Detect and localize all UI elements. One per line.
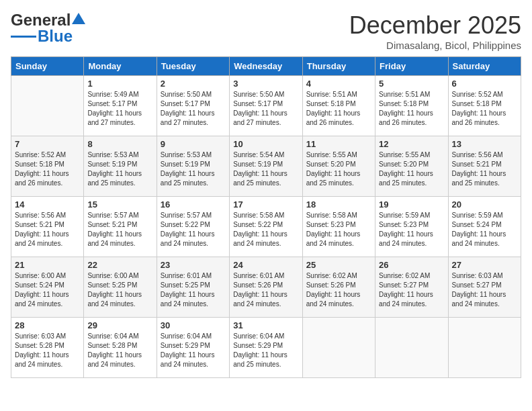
calendar-cell: 6Sunrise: 5:52 AM Sunset: 5:18 PM Daylig…: [448, 76, 521, 136]
day-number: 25: [306, 260, 371, 270]
calendar-cell: 5Sunrise: 5:51 AM Sunset: 5:18 PM Daylig…: [375, 76, 448, 136]
day-detail: Sunrise: 5:50 AM Sunset: 5:17 PM Dayligh…: [161, 90, 226, 128]
day-detail: Sunrise: 5:56 AM Sunset: 5:21 PM Dayligh…: [15, 211, 80, 248]
calendar-cell: 22Sunrise: 6:00 AM Sunset: 5:25 PM Dayli…: [84, 257, 157, 318]
calendar-cell: 8Sunrise: 5:53 AM Sunset: 5:19 PM Daylig…: [84, 136, 157, 197]
day-number: 1: [87, 79, 152, 89]
calendar-cell: [448, 318, 521, 378]
calendar-cell: 19Sunrise: 5:59 AM Sunset: 5:23 PM Dayli…: [375, 197, 448, 257]
day-number: 13: [452, 139, 517, 149]
day-detail: Sunrise: 5:52 AM Sunset: 5:18 PM Dayligh…: [452, 90, 517, 128]
day-detail: Sunrise: 5:53 AM Sunset: 5:19 PM Dayligh…: [161, 150, 226, 188]
day-number: 28: [15, 320, 80, 330]
day-detail: Sunrise: 6:04 AM Sunset: 5:28 PM Dayligh…: [87, 332, 152, 369]
day-number: 27: [452, 260, 517, 270]
day-number: 9: [161, 139, 226, 149]
svg-marker-0: [72, 13, 85, 24]
calendar-cell: 9Sunrise: 5:53 AM Sunset: 5:19 PM Daylig…: [157, 136, 229, 197]
calendar-cell: 1Sunrise: 5:49 AM Sunset: 5:17 PM Daylig…: [84, 76, 157, 136]
day-detail: Sunrise: 6:04 AM Sunset: 5:29 PM Dayligh…: [233, 332, 298, 369]
calendar-cell: 16Sunrise: 5:57 AM Sunset: 5:22 PM Dayli…: [157, 197, 229, 257]
day-detail: Sunrise: 5:58 AM Sunset: 5:23 PM Dayligh…: [306, 211, 371, 248]
calendar-cell: 31Sunrise: 6:04 AM Sunset: 5:29 PM Dayli…: [230, 318, 302, 378]
day-number: 23: [161, 260, 226, 270]
day-number: 15: [87, 199, 152, 210]
day-detail: Sunrise: 6:00 AM Sunset: 5:24 PM Dayligh…: [15, 271, 80, 309]
weekday-header-friday: Friday: [375, 57, 448, 76]
day-number: 29: [87, 320, 152, 330]
day-detail: Sunrise: 6:03 AM Sunset: 5:27 PM Dayligh…: [452, 271, 517, 309]
month-title: December 2025: [349, 11, 521, 40]
weekday-header-tuesday: Tuesday: [157, 57, 229, 76]
calendar-cell: 27Sunrise: 6:03 AM Sunset: 5:27 PM Dayli…: [448, 257, 521, 318]
day-number: 2: [161, 79, 226, 89]
calendar-cell: 30Sunrise: 6:04 AM Sunset: 5:29 PM Dayli…: [157, 318, 229, 378]
calendar-cell: 25Sunrise: 6:02 AM Sunset: 5:26 PM Dayli…: [302, 257, 375, 318]
day-number: 31: [233, 320, 298, 330]
day-number: 3: [233, 79, 298, 89]
day-number: 7: [15, 139, 80, 149]
day-number: 22: [87, 260, 152, 270]
day-number: 20: [452, 199, 517, 210]
page-header: General Blue December 2025 Dimasalang, B…: [11, 11, 521, 51]
day-detail: Sunrise: 5:51 AM Sunset: 5:18 PM Dayligh…: [379, 90, 444, 128]
day-detail: Sunrise: 5:53 AM Sunset: 5:19 PM Dayligh…: [87, 150, 152, 188]
day-number: 8: [87, 139, 152, 149]
day-detail: Sunrise: 5:51 AM Sunset: 5:18 PM Dayligh…: [306, 90, 371, 128]
day-number: 26: [379, 260, 444, 270]
weekday-header-thursday: Thursday: [302, 57, 375, 76]
calendar-cell: 21Sunrise: 6:00 AM Sunset: 5:24 PM Dayli…: [11, 257, 84, 318]
weekday-header-sunday: Sunday: [11, 57, 84, 76]
day-number: 4: [306, 79, 371, 89]
day-detail: Sunrise: 5:49 AM Sunset: 5:17 PM Dayligh…: [87, 90, 152, 128]
calendar-cell: 2Sunrise: 5:50 AM Sunset: 5:17 PM Daylig…: [157, 76, 229, 136]
calendar-cell: 23Sunrise: 6:01 AM Sunset: 5:25 PM Dayli…: [157, 257, 229, 318]
weekday-header-saturday: Saturday: [448, 57, 521, 76]
calendar-cell: 24Sunrise: 6:01 AM Sunset: 5:26 PM Dayli…: [230, 257, 302, 318]
day-detail: Sunrise: 5:59 AM Sunset: 5:24 PM Dayligh…: [452, 211, 517, 248]
day-detail: Sunrise: 6:01 AM Sunset: 5:25 PM Dayligh…: [161, 271, 226, 309]
day-detail: Sunrise: 6:02 AM Sunset: 5:26 PM Dayligh…: [306, 271, 371, 309]
day-detail: Sunrise: 6:03 AM Sunset: 5:28 PM Dayligh…: [15, 332, 80, 369]
day-number: 10: [233, 139, 298, 149]
calendar-cell: 4Sunrise: 5:51 AM Sunset: 5:18 PM Daylig…: [302, 76, 375, 136]
calendar-cell: [375, 318, 448, 378]
day-number: 30: [161, 320, 226, 330]
day-detail: Sunrise: 5:58 AM Sunset: 5:22 PM Dayligh…: [233, 211, 298, 248]
calendar-cell: 13Sunrise: 5:56 AM Sunset: 5:21 PM Dayli…: [448, 136, 521, 197]
day-number: 6: [452, 79, 517, 89]
day-detail: Sunrise: 5:57 AM Sunset: 5:21 PM Dayligh…: [87, 211, 152, 248]
day-detail: Sunrise: 6:04 AM Sunset: 5:29 PM Dayligh…: [161, 332, 226, 369]
day-number: 18: [306, 199, 371, 210]
day-number: 19: [379, 199, 444, 210]
day-detail: Sunrise: 6:00 AM Sunset: 5:25 PM Dayligh…: [87, 271, 152, 309]
title-block: December 2025 Dimasalang, Bicol, Philipp…: [349, 11, 521, 51]
calendar-cell: [302, 318, 375, 378]
calendar-cell: 15Sunrise: 5:57 AM Sunset: 5:21 PM Dayli…: [84, 197, 157, 257]
calendar-cell: 11Sunrise: 5:55 AM Sunset: 5:20 PM Dayli…: [302, 136, 375, 197]
day-detail: Sunrise: 5:55 AM Sunset: 5:20 PM Dayligh…: [306, 150, 371, 188]
day-detail: Sunrise: 5:56 AM Sunset: 5:21 PM Dayligh…: [452, 150, 517, 188]
weekday-header-wednesday: Wednesday: [230, 57, 302, 76]
logo-blue: Blue: [38, 27, 73, 46]
calendar-cell: 14Sunrise: 5:56 AM Sunset: 5:21 PM Dayli…: [11, 197, 84, 257]
calendar-cell: 28Sunrise: 6:03 AM Sunset: 5:28 PM Dayli…: [11, 318, 84, 378]
day-number: 5: [379, 79, 444, 89]
day-detail: Sunrise: 5:50 AM Sunset: 5:17 PM Dayligh…: [233, 90, 298, 128]
calendar-cell: 29Sunrise: 6:04 AM Sunset: 5:28 PM Dayli…: [84, 318, 157, 378]
day-detail: Sunrise: 5:55 AM Sunset: 5:20 PM Dayligh…: [379, 150, 444, 188]
calendar-cell: 12Sunrise: 5:55 AM Sunset: 5:20 PM Dayli…: [375, 136, 448, 197]
day-detail: Sunrise: 6:02 AM Sunset: 5:27 PM Dayligh…: [379, 271, 444, 309]
day-detail: Sunrise: 5:52 AM Sunset: 5:18 PM Dayligh…: [15, 150, 80, 188]
calendar-cell: 17Sunrise: 5:58 AM Sunset: 5:22 PM Dayli…: [230, 197, 302, 257]
day-number: 24: [233, 260, 298, 270]
calendar-cell: 10Sunrise: 5:54 AM Sunset: 5:19 PM Dayli…: [230, 136, 302, 197]
day-detail: Sunrise: 6:01 AM Sunset: 5:26 PM Dayligh…: [233, 271, 298, 309]
location: Dimasalang, Bicol, Philippines: [349, 40, 521, 51]
calendar-cell: 3Sunrise: 5:50 AM Sunset: 5:17 PM Daylig…: [230, 76, 302, 136]
day-number: 11: [306, 139, 371, 149]
logo-underline: [11, 36, 36, 38]
calendar-cell: 20Sunrise: 5:59 AM Sunset: 5:24 PM Dayli…: [448, 197, 521, 257]
logo: General Blue: [11, 11, 86, 46]
day-detail: Sunrise: 5:59 AM Sunset: 5:23 PM Dayligh…: [379, 211, 444, 248]
